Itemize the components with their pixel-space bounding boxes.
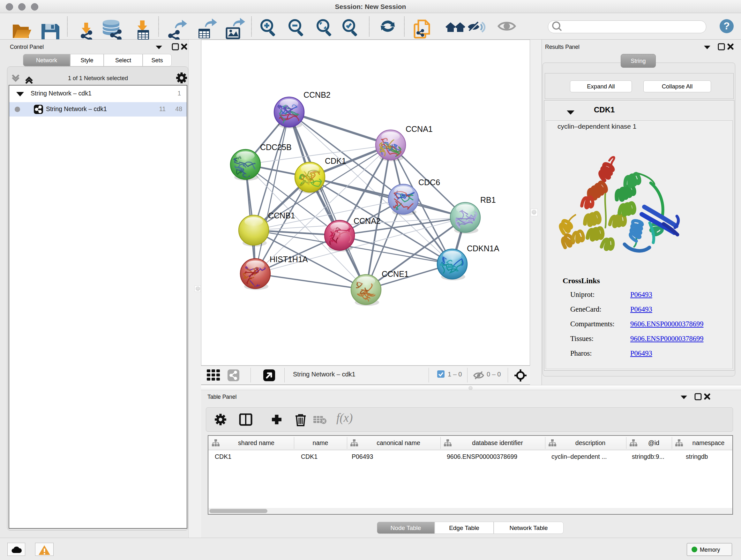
svg-text:RB1: RB1 xyxy=(480,195,496,204)
svg-text:CCNA2: CCNA2 xyxy=(354,216,381,226)
svg-text:CCNB1: CCNB1 xyxy=(268,211,295,220)
svg-text:CDK1: CDK1 xyxy=(325,157,346,165)
svg-text:HIST1H1A: HIST1H1A xyxy=(270,255,308,264)
svg-text:CCNB2: CCNB2 xyxy=(304,90,331,99)
svg-text:CDKN1A: CDKN1A xyxy=(467,244,499,253)
svg-text:CCNE1: CCNE1 xyxy=(382,269,409,278)
svg-text:?: ? xyxy=(724,20,730,32)
svg-text:CDC6: CDC6 xyxy=(418,178,440,187)
svg-text:CCNA1: CCNA1 xyxy=(406,125,433,133)
svg-text:CDC25B: CDC25B xyxy=(260,143,292,152)
